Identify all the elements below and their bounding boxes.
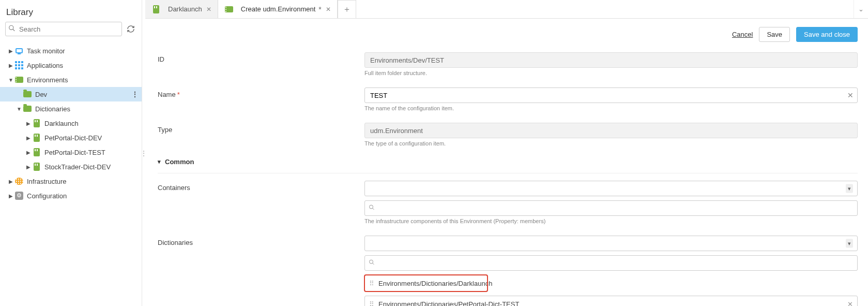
folder-icon [23,104,32,113]
name-label: Name* [158,88,364,98]
context-menu-icon[interactable]: ⋮ [131,90,139,98]
library-sidebar: Library ▶ Task monitor ▶ Applications ▼ … [0,0,142,306]
containers-select[interactable] [364,181,858,196]
action-bar: Cancel Save Save and close [145,19,868,42]
name-input[interactable] [364,88,858,103]
collapse-icon[interactable]: ▼ [16,106,23,112]
expand-icon[interactable]: ▶ [7,63,14,68]
tabbar: Darklaunch ✕ Create udm.Environment * ✕ … [145,0,868,19]
dictionary-icon [32,162,41,171]
dictionary-icon [32,148,41,157]
section-common-label: Common [165,158,194,166]
splitter-handle[interactable] [142,0,145,306]
tab-label: Create udm.Environment [241,5,316,13]
tree-node-stocktrader-dev[interactable]: ▶ StockTrader-Dict-DEV [0,159,142,174]
monitor-icon [14,46,24,55]
expand-icon[interactable]: ▶ [25,121,32,126]
type-label: Type [158,123,364,134]
dictionary-list-item[interactable]: ⠿ Environments/Dictionaries/PetPortal-Di… [364,296,858,306]
svg-point-4 [370,260,373,264]
tree-node-infrastructure[interactable]: ▶ Infrastructure [0,174,142,188]
collapse-icon[interactable]: ▼ [7,77,14,83]
library-search-input[interactable] [5,22,122,36]
type-help: The type of a configuration item. [364,140,858,147]
section-common-toggle[interactable]: ▾ Common [158,158,858,166]
dirty-indicator: * [318,5,321,13]
search-icon [369,205,375,212]
tree-node-petportal-dev[interactable]: ▶ PetPortal-Dict-DEV [0,130,142,145]
id-label: ID [158,52,364,63]
tree-node-dev[interactable]: Dev ⋮ [0,87,142,101]
dictionary-item-label: Environments/Dictionaries/Darklaunch [378,280,492,287]
name-help: The name of the configuration item. [364,105,858,111]
refresh-button[interactable] [125,23,136,35]
clear-icon[interactable]: ✕ [847,91,854,99]
expand-icon[interactable]: ▶ [7,193,14,199]
search-icon [8,25,16,34]
tree-node-darklaunch[interactable]: ▶ Darklaunch [0,116,142,130]
apps-icon [14,61,24,70]
dictionaries-search-input[interactable] [364,255,858,271]
expand-icon[interactable]: ▶ [7,48,14,54]
expand-icon[interactable]: ▶ [25,150,32,155]
tree-node-petportal-test[interactable]: ▶ PetPortal-Dict-TEST [0,145,142,159]
id-help: Full item folder structure. [364,70,858,76]
containers-search-input[interactable] [364,200,858,216]
dictionary-icon [32,133,41,142]
dictionary-item-label: Environments/Dictionaries/PetPortal-Dict… [378,300,847,307]
environments-icon [14,75,24,84]
svg-line-1 [13,29,15,31]
dictionary-icon [151,5,161,14]
drag-handle-icon[interactable]: ⠿ [369,300,373,307]
dictionary-list-item[interactable]: ⠿ Environments/Dictionaries/Darklaunch [364,275,488,292]
section-divider [158,173,858,173]
folder-icon [23,90,32,99]
dictionaries-label: Dictionaries [158,236,364,246]
library-search[interactable] [5,22,122,36]
main-panel: Darklaunch ✕ Create udm.Environment * ✕ … [145,0,868,306]
svg-line-3 [373,208,374,210]
containers-help: The infrastructure components of this En… [364,218,858,224]
library-tree: ▶ Task monitor ▶ Applications ▼ Environm… [0,41,142,306]
environments-icon [224,5,234,14]
tree-node-environments[interactable]: ▼ Environments [0,72,142,87]
svg-point-2 [370,205,373,209]
tree-node-dictionaries[interactable]: ▼ Dictionaries [0,101,142,116]
chevron-down-icon: ▾ [158,158,161,165]
expand-icon[interactable]: ▶ [25,164,32,170]
library-title: Library [0,0,142,22]
id-input [364,52,858,68]
dictionary-icon [32,119,41,128]
expand-icon[interactable]: ▶ [25,135,32,141]
add-tab-button[interactable]: ＋ [338,0,356,18]
save-and-close-button[interactable]: Save and close [796,27,858,42]
tree-node-applications[interactable]: ▶ Applications [0,58,142,72]
tab-label: Darklaunch [168,5,202,13]
drag-handle-icon[interactable]: ⠿ [369,280,373,287]
expand-icon[interactable]: ▶ [7,179,14,184]
close-icon[interactable]: ✕ [206,6,211,13]
environment-form: ID Full item folder structure. Name* ✕ T… [145,42,868,306]
type-input [364,123,858,138]
svg-line-5 [373,263,374,265]
dictionaries-select[interactable] [364,236,858,251]
close-icon[interactable]: ✕ [326,6,331,13]
containers-label: Containers [158,181,364,192]
remove-icon[interactable]: ✕ [847,300,853,307]
tabs-overflow-button[interactable]: ⌄ [854,0,868,18]
search-icon [369,259,375,267]
tab-create-environment[interactable]: Create udm.Environment * ✕ [218,0,338,18]
tree-node-task-monitor[interactable]: ▶ Task monitor [0,43,142,58]
infrastructure-icon [14,177,24,186]
save-button[interactable]: Save [759,27,790,42]
tree-node-configuration[interactable]: ▶ Configuration [0,188,142,203]
tab-darklaunch[interactable]: Darklaunch ✕ [145,0,218,18]
cancel-button[interactable]: Cancel [732,31,753,38]
configuration-icon [14,191,24,200]
svg-point-0 [9,25,13,30]
